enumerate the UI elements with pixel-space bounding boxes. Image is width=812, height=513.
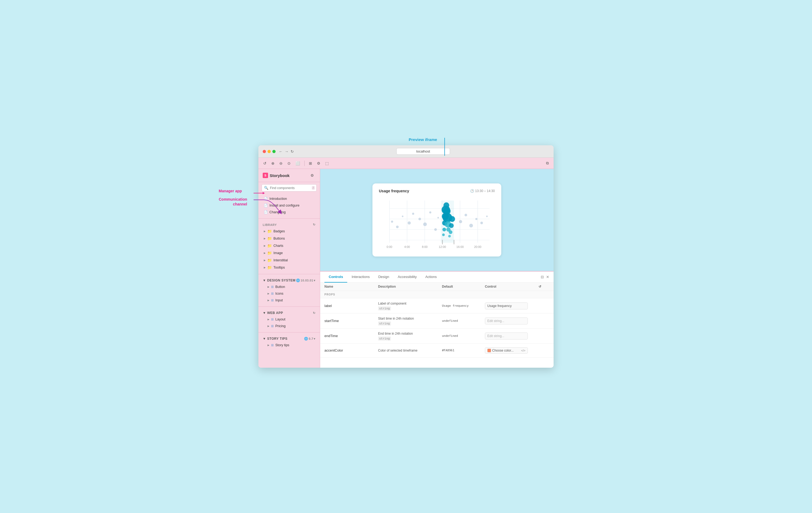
controls-tabs: Controls Interactions Design Accessibili… <box>320 272 554 282</box>
chevron-icon: ▶ <box>264 266 266 269</box>
minimize-button[interactable] <box>267 150 271 153</box>
sidebar-item-image[interactable]: ▶ 📁 Image <box>261 249 318 256</box>
divider-4 <box>258 332 320 332</box>
sidebar-item-icons[interactable]: ▶ ⊞ Icons <box>261 290 318 297</box>
library-refresh-icon[interactable]: ↻ <box>313 223 316 226</box>
svg-point-22 <box>429 211 432 214</box>
color-picker[interactable]: Choose color... </> <box>485 347 528 354</box>
sidebar-item-input[interactable]: ▶ ⊞ Input <box>261 297 318 303</box>
fullscreen-btn[interactable]: ⬜ <box>294 160 301 166</box>
settings-btn[interactable]: ⚙ <box>315 160 322 166</box>
sidebar-item-interstitial[interactable]: ▶ 📁 Interstitial <box>261 257 318 264</box>
prop-control-accentcolor: Choose color... </> <box>485 347 539 354</box>
sidebar-item-changelog[interactable]: 📄 Changelog <box>261 209 318 215</box>
forward-button[interactable]: → <box>285 149 288 154</box>
grid-btn[interactable]: ⊞ <box>307 160 314 166</box>
component-icon: ⊞ <box>271 298 274 302</box>
sidebar-item-label: Charts <box>273 244 283 248</box>
col-reset[interactable]: ↺ <box>539 285 549 289</box>
controls-panel: Controls Interactions Design Accessibili… <box>320 271 554 368</box>
svg-point-17 <box>402 216 403 217</box>
story-tips-label: Story tips <box>267 337 287 341</box>
web-app-refresh-icon[interactable]: ↻ <box>313 311 316 315</box>
reload-button[interactable]: ↻ <box>291 149 294 154</box>
prop-name-starttime: startTime <box>324 319 378 323</box>
url-input[interactable]: localhost <box>396 148 450 155</box>
sidebar-item-introduction[interactable]: 📄 Introduction <box>261 195 318 202</box>
sidebar-logo: S Storybook <box>263 173 290 178</box>
maximize-button[interactable] <box>272 150 276 153</box>
prop-name-endtime: endTime <box>324 334 378 338</box>
svg-point-43 <box>475 218 477 220</box>
tab-interactions[interactable]: Interactions <box>347 272 374 282</box>
sidebar-item-install[interactable]: 📄 Install and configure <box>261 202 318 209</box>
zoom-reset-btn[interactable]: ⊙ <box>286 160 292 166</box>
design-system-section: ▼ Design system 🌐 10.03.01 ▾ ▶ ⊞ <box>258 275 320 305</box>
color-code-toggle[interactable]: </> <box>521 349 525 352</box>
chart-header: Usage frequency 🕐 13:30 – 14:30 <box>379 189 495 193</box>
split-view-icon[interactable]: ⊟ <box>541 275 544 279</box>
zoom-in-btn[interactable]: ⊕ <box>270 160 276 166</box>
sidebar-item-layout[interactable]: ▶ ⊞ Layout <box>261 316 318 323</box>
sidebar-item-story-tips[interactable]: ▶ ⊞ Story tips <box>261 342 318 348</box>
tab-controls[interactable]: Controls <box>324 272 347 282</box>
sidebar-header: S Storybook ⚙ <box>258 169 320 182</box>
browser-url-bar: localhost <box>297 148 549 155</box>
svg-point-40 <box>459 220 462 223</box>
chevron-icon: ▶ <box>264 252 266 254</box>
design-system-version[interactable]: 🌐 10.03.01 ▾ <box>296 278 316 282</box>
tab-design[interactable]: Design <box>374 272 394 282</box>
sidebar-item-pricing[interactable]: ▶ ⊞ Pricing <box>261 323 318 329</box>
chart-card: Usage frequency 🕐 13:30 – 14:30 <box>373 184 501 256</box>
outer-wrapper: Preview iframe Manager app Communication… <box>258 145 554 368</box>
sidebar-item-buttons[interactable]: ▶ 📁 Buttons <box>261 235 318 242</box>
prop-control-endtime <box>485 332 539 340</box>
sidebar-item-charts[interactable]: ▶ 📁 Charts <box>261 242 318 249</box>
sidebar-item-button[interactable]: ▶ ⊞ Button <box>261 284 318 290</box>
sidebar-item-badges[interactable]: ▶ 📁 Badges <box>261 228 318 235</box>
story-tips-version[interactable]: 🌐 0.7 ▾ <box>304 337 316 341</box>
folder-icon: 📁 <box>267 229 272 234</box>
col-name: Name <box>324 285 378 289</box>
col-description: Description <box>378 285 442 289</box>
controls-table: Name Description Default Control ↺ PROPS… <box>320 282 554 368</box>
sidebar-item-label: Story tips <box>275 343 289 347</box>
sidebar-item-label: Badges <box>273 230 285 233</box>
color-swatch <box>487 349 491 352</box>
svg-point-24 <box>437 217 439 219</box>
svg-point-39 <box>449 216 455 222</box>
svg-point-21 <box>423 222 427 226</box>
svg-text:4:00: 4:00 <box>404 245 410 248</box>
back-button[interactable]: ← <box>279 149 283 154</box>
close-panel-icon[interactable]: ✕ <box>546 275 549 279</box>
search-input[interactable] <box>270 186 310 190</box>
sidebar: S Storybook ⚙ 🔍 / 📄 Intr <box>258 169 320 368</box>
design-system-label: Design system <box>267 278 295 282</box>
props-section-label: PROPS <box>320 291 554 298</box>
sidebar-item-tooltips[interactable]: ▶ 📁 Tooltips <box>261 264 318 271</box>
divider-1 <box>258 218 320 219</box>
chevron-icon: ▶ <box>267 318 269 321</box>
col-default: Default <box>442 285 485 289</box>
web-app-label: WEB APP <box>267 311 283 315</box>
storybook-view-btn[interactable]: ⬚ <box>324 160 330 166</box>
version-chevron-icon: ▾ <box>314 279 316 282</box>
chevron-icon: ▶ <box>267 299 269 302</box>
starttime-input[interactable] <box>485 318 528 324</box>
label-input[interactable] <box>485 302 528 309</box>
prop-control-starttime <box>485 318 539 324</box>
component-icon: ⊞ <box>271 343 274 347</box>
comm-channel-label: Communication channel <box>212 197 247 207</box>
close-button[interactable] <box>263 150 266 153</box>
tab-actions[interactable]: Actions <box>421 272 441 282</box>
svg-point-37 <box>449 231 453 234</box>
external-btn[interactable]: ⧉ <box>545 160 550 166</box>
sidebar-settings-btn[interactable]: ⚙ <box>309 172 316 179</box>
endtime-input[interactable] <box>485 332 528 340</box>
prop-desc-endtime: End time in 24h notation string <box>378 331 442 341</box>
zoom-out-btn[interactable]: ⊖ <box>278 160 284 166</box>
tab-accessibility[interactable]: Accessibility <box>394 272 421 282</box>
refresh-btn[interactable]: ↺ <box>262 160 268 166</box>
component-icon: ⊞ <box>271 324 274 328</box>
app-body: S Storybook ⚙ 🔍 / 📄 Intr <box>258 169 554 368</box>
